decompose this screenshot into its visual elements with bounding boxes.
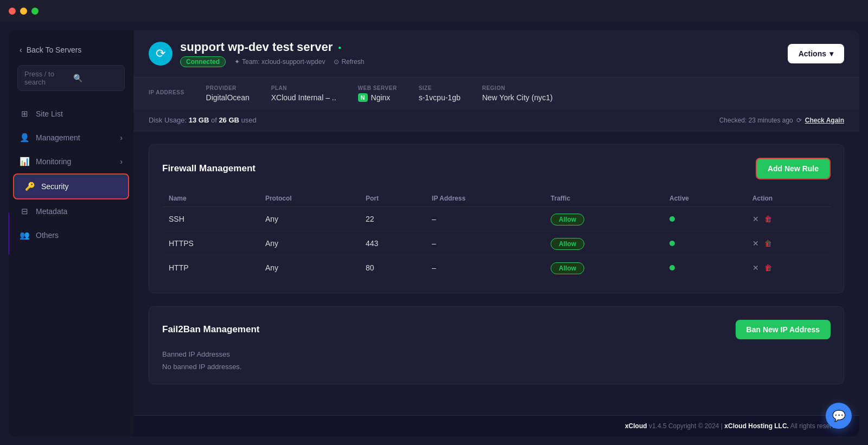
rule-actions: ✕ 🗑: [746, 256, 831, 280]
rule-protocol: Any: [259, 207, 359, 231]
server-meta: Connected ✦ Team: xcloud-support-wpdev ⊙…: [180, 56, 364, 67]
firewall-title: Firewall Management: [162, 163, 256, 174]
rule-port: 22: [359, 207, 425, 231]
grid-icon: ⊞: [20, 109, 29, 119]
actions-button[interactable]: Actions ▾: [788, 44, 844, 63]
rule-ip: –: [425, 231, 544, 256]
rule-delete-icon[interactable]: 🗑: [764, 263, 772, 272]
sidebar-item-label: Others: [36, 231, 59, 240]
rule-delete-icon[interactable]: 🗑: [764, 239, 772, 248]
refresh-icon-small: ⟳: [796, 117, 802, 124]
rule-active: [663, 231, 746, 256]
minimize-button[interactable]: [20, 8, 27, 15]
ban-new-ip-button[interactable]: Ban New IP Address: [736, 320, 831, 339]
add-new-rule-button[interactable]: Add New Rule: [756, 158, 831, 179]
rule-cancel-icon[interactable]: ✕: [752, 263, 759, 272]
disk-usage-text: Disk Usage: 13 GB of 26 GB used: [149, 116, 257, 124]
sidebar-item-management[interactable]: 👤 Management ›: [9, 126, 133, 150]
fail2ban-card: Fail2Ban Management Ban New IP Address B…: [149, 306, 844, 384]
col-protocol: Protocol: [259, 190, 359, 207]
col-action: Action: [746, 190, 831, 207]
sidebar-item-label: Security: [41, 182, 69, 191]
firewall-table: Name Protocol Port IP Address Traffic Ac…: [162, 190, 831, 280]
maximize-button[interactable]: [31, 8, 39, 15]
rule-cancel-icon[interactable]: ✕: [752, 239, 759, 248]
connected-badge: Connected: [180, 56, 226, 67]
rule-delete-icon[interactable]: 🗑: [764, 215, 772, 223]
others-icon: 👥: [20, 230, 29, 240]
rule-protocol: Any: [259, 256, 359, 280]
search-bar[interactable]: Press / to search 🔍: [17, 65, 125, 91]
ip-address-col: IP ADDRESS: [149, 89, 184, 98]
plan-col: PLAN XCloud Internal – ..: [271, 85, 336, 102]
rule-traffic: Allow: [544, 256, 663, 280]
back-to-servers-label: Back To Servers: [27, 46, 82, 54]
fail2ban-card-header: Fail2Ban Management Ban New IP Address: [162, 320, 831, 339]
monitor-icon: 📊: [20, 157, 29, 166]
web-server-col: WEB SERVER N Nginx: [358, 85, 397, 102]
team-icon: ✦: [234, 58, 240, 66]
app-body: Feedback ✦ ‹ Back To Servers Press / to …: [9, 30, 859, 436]
rule-port: 80: [359, 256, 425, 280]
table-row: SSH Any 22 – Allow ✕ 🗑: [162, 207, 831, 231]
col-port: Port: [359, 190, 425, 207]
disk-bar: Disk Usage: 13 GB of 26 GB used Checked:…: [133, 109, 859, 131]
sidebar-item-site-list[interactable]: ⊞ Site List: [9, 102, 133, 126]
team-info: ✦ Team: xcloud-support-wpdev: [234, 58, 325, 66]
table-row: HTTP Any 80 – Allow ✕ 🗑: [162, 256, 831, 280]
rule-traffic: Allow: [544, 207, 663, 231]
online-indicator: ●: [338, 44, 341, 50]
rule-name: HTTP: [162, 256, 259, 280]
firewall-card: Firewall Management Add New Rule Name Pr…: [149, 144, 844, 293]
sidebar-item-monitoring[interactable]: 📊 Monitoring ›: [9, 150, 133, 173]
rule-actions: ✕ 🗑: [746, 207, 831, 231]
check-again-button[interactable]: Check Again: [805, 117, 844, 124]
col-active: Active: [663, 190, 746, 207]
sidebar-item-label: Monitoring: [36, 157, 71, 166]
chevron-right-icon: ›: [120, 133, 123, 142]
banned-section: Banned IP Addresses No banned IP address…: [162, 350, 831, 371]
sidebar-item-label: Management: [36, 133, 80, 142]
server-title-block: support wp-dev test server ● Connected ✦…: [180, 40, 364, 67]
no-banned-message: No banned IP addresses.: [162, 363, 831, 371]
server-header-left: ⟳ support wp-dev test server ● Connected…: [149, 40, 364, 67]
provider-col: PROVIDER DigitalOcean: [206, 85, 250, 102]
server-logo: ⟳: [149, 42, 173, 66]
col-traffic: Traffic: [544, 190, 663, 207]
rule-traffic: Allow: [544, 231, 663, 256]
firewall-card-header: Firewall Management Add New Rule: [162, 158, 831, 179]
metadata-icon: ⊟: [20, 207, 29, 216]
server-title: support wp-dev test server: [180, 40, 333, 54]
feedback-tab[interactable]: Feedback ✦: [9, 210, 9, 256]
fail2ban-title: Fail2Ban Management: [162, 324, 260, 335]
chat-bubble-button[interactable]: 💬: [826, 403, 852, 429]
main-content: ⟳ support wp-dev test server ● Connected…: [133, 30, 859, 436]
col-ip: IP Address: [425, 190, 544, 207]
back-to-servers-button[interactable]: ‹ Back To Servers: [9, 30, 133, 65]
sidebar: Feedback ✦ ‹ Back To Servers Press / to …: [9, 30, 133, 436]
server-info-bar: IP ADDRESS PROVIDER DigitalOcean PLAN XC…: [133, 78, 859, 109]
sidebar-item-others[interactable]: 👥 Others: [9, 223, 133, 247]
col-name: Name: [162, 190, 259, 207]
size-col: SIZE s-1vcpu-1gb: [419, 85, 461, 102]
sidebar-item-metadata[interactable]: ⊟ Metadata: [9, 199, 133, 223]
rule-name: HTTPS: [162, 231, 259, 256]
rule-name: SSH: [162, 207, 259, 231]
rule-protocol: Any: [259, 231, 359, 256]
sidebar-item-security[interactable]: 🔑 Security: [13, 173, 129, 199]
chevron-down-icon: ▾: [829, 49, 833, 58]
sidebar-item-label: Site List: [36, 109, 63, 118]
server-header: ⟳ support wp-dev test server ● Connected…: [133, 30, 859, 78]
chat-icon: 💬: [832, 409, 846, 422]
search-icon: 🔍: [73, 74, 118, 82]
refresh-icon: ⊙: [334, 58, 339, 66]
content-area: Firewall Management Add New Rule Name Pr…: [133, 131, 859, 415]
rule-cancel-icon[interactable]: ✕: [752, 215, 759, 223]
close-button[interactable]: [9, 8, 16, 15]
rule-active: [663, 256, 746, 280]
refresh-button[interactable]: ⊙ Refresh: [334, 58, 364, 66]
rule-ip: –: [425, 256, 544, 280]
footer: xCloud v1.4.5 Copyright © 2024 | xCloud …: [133, 415, 859, 436]
banned-title: Banned IP Addresses: [162, 350, 831, 358]
key-icon: 🔑: [25, 182, 35, 191]
